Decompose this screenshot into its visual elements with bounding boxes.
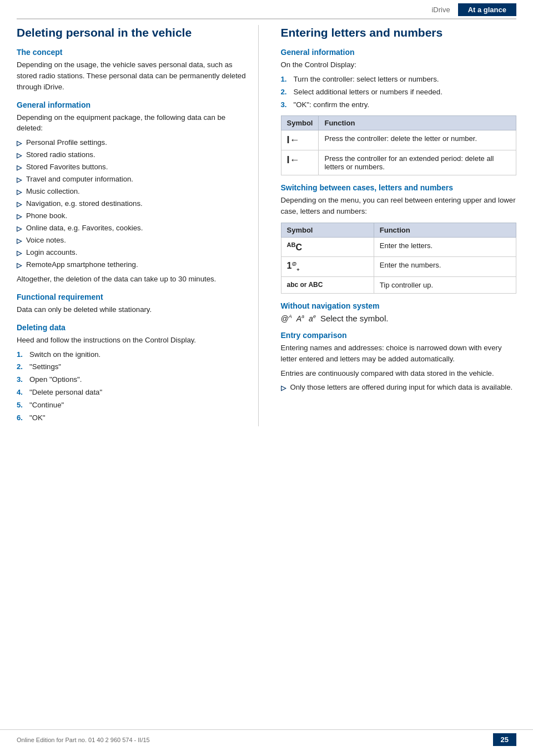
table-row: I← Press the controller for an extended …: [281, 150, 516, 175]
nav-sym-1: @A: [281, 314, 292, 323]
bullet-arrow-icon: ▷: [17, 199, 22, 209]
table-cell-function: Enter the letters.: [374, 238, 516, 257]
bullet-list: ▷Personal Profile settings. ▷Stored radi…: [17, 137, 253, 270]
step-item: 4."Delete personal data": [17, 387, 253, 398]
table-header-symbol: Symbol: [281, 116, 319, 130]
delete-symbol-table: Symbol Function I← Press the controller:…: [281, 115, 517, 175]
functional-requirement-subtitle: Functional requirement: [17, 293, 253, 301]
switching-body: Depending on the menu, you can reel betw…: [281, 195, 517, 217]
bullet-arrow-icon: ▷: [17, 187, 22, 197]
table-cell-symbol: 1@+: [281, 257, 374, 277]
list-item: ▷Travel and computer information.: [17, 174, 253, 185]
table-cell-function: Press the controller for an extended per…: [319, 150, 516, 175]
table-row: abc or ABC Tip controller up.: [281, 276, 516, 293]
left-section-title: Deleting personal in the vehicle: [17, 25, 253, 40]
general-info-section-left: General information Depending on the equ…: [17, 100, 253, 285]
step-item: 2."Settings": [17, 361, 253, 372]
table-header-function: Function: [374, 223, 516, 238]
general-info-section-right: General information On the Control Displ…: [281, 48, 517, 175]
entry-comparison-bullets: ▷ Only those letters are offered during …: [281, 382, 517, 393]
bullet-arrow-icon: ▷: [17, 224, 22, 234]
general-info-steps-right: 1.Turn the controller: select letters or…: [281, 74, 517, 110]
deleting-data-steps: 1.Switch on the ignition. 2."Settings" 3…: [17, 349, 253, 424]
entry-comparison-section: Entry comparison Entering names and addr…: [281, 331, 517, 393]
without-nav-text: Select the symbol.: [320, 314, 389, 323]
bullet-arrow-icon: ▷: [17, 211, 22, 221]
table-header-symbol: Symbol: [281, 223, 374, 238]
list-item: ▷Login accounts.: [17, 247, 253, 258]
list-item: ▷Online data, e.g. Favorites, cookies.: [17, 223, 253, 234]
list-item: ▷Navigation, e.g. stored destinations.: [17, 198, 253, 209]
step-item: 2.Select additional letters or numbers i…: [281, 87, 517, 98]
right-column: Entering letters and numbers General inf…: [275, 25, 517, 426]
table-cell-function: Tip controller up.: [374, 276, 516, 293]
table-header-function: Function: [319, 116, 516, 130]
bullet-arrow-icon: ▷: [17, 236, 22, 246]
table-row: 1@+ Enter the numbers.: [281, 257, 516, 277]
right-section-title: Entering letters and numbers: [281, 25, 517, 40]
left-column: Deleting personal in the vehicle The con…: [17, 25, 259, 426]
list-item: ▷Music collection.: [17, 186, 253, 197]
general-info-outro: Altogether, the deletion of the data can…: [17, 274, 253, 285]
without-nav-symbols-row: @A Aa ae Select the symbol.: [281, 314, 517, 323]
general-info-subtitle-left: General information: [17, 100, 253, 109]
bullet-arrow-icon: ▷: [17, 150, 22, 160]
general-info-intro-left: Depending on the equipment package, the …: [17, 112, 253, 134]
page-header: iDrive At a glance: [17, 0, 516, 19]
switching-symbol-table: Symbol Function ABC Enter the letters. 1…: [281, 223, 517, 294]
step-item: 1.Turn the controller: select letters or…: [281, 74, 517, 85]
the-concept-section: The concept Depending on the usage, the …: [17, 48, 253, 92]
list-item: ▷Personal Profile settings.: [17, 137, 253, 148]
list-item: ▷ Only those letters are offered during …: [281, 382, 517, 393]
step-item: 3.Open "Options".: [17, 374, 253, 385]
entry-comparison-subtitle: Entry comparison: [281, 331, 517, 340]
functional-requirement-body: Data can only be deleted while stationar…: [17, 304, 253, 315]
header-idrive-label: iDrive: [424, 3, 457, 16]
general-info-intro-right: On the Control Display:: [281, 59, 517, 70]
entry-comparison-bullet: Only those letters are offered during in…: [290, 382, 513, 393]
deleting-data-section: Deleting data Heed and follow the instru…: [17, 323, 253, 424]
step-item: 3."OK": confirm the entry.: [281, 99, 517, 110]
table-cell-symbol: ABC: [281, 238, 374, 257]
switching-section: Switching between cases, letters and num…: [281, 183, 517, 293]
footer-text: Online Edition for Part no. 01 40 2 960 …: [17, 737, 150, 743]
step-item: 1.Switch on the ignition.: [17, 349, 253, 360]
table-cell-symbol: I←: [281, 150, 319, 175]
the-concept-body: Depending on the usage, the vehicle save…: [17, 59, 253, 92]
table-row: ABC Enter the letters.: [281, 238, 516, 257]
list-item: ▷Phone book.: [17, 210, 253, 221]
step-item: 6."OK": [17, 412, 253, 424]
bullet-arrow-icon: ▷: [17, 163, 22, 173]
bullet-arrow-icon: ▷: [17, 175, 22, 185]
list-item: ▷Stored radio stations.: [17, 149, 253, 160]
list-item: ▷Voice notes.: [17, 235, 253, 246]
functional-requirement-section: Functional requirement Data can only be …: [17, 293, 253, 315]
list-item: ▷RemoteApp smartphone tethering.: [17, 259, 253, 270]
without-nav-section: Without navigation system @A Aa ae Selec…: [281, 301, 517, 323]
page-footer: Online Edition for Part no. 01 40 2 960 …: [0, 729, 533, 746]
bullet-arrow-icon: ▷: [17, 248, 22, 258]
table-cell-function: Enter the numbers.: [374, 257, 516, 277]
deleting-data-intro: Heed and follow the instructions on the …: [17, 335, 253, 346]
bullet-arrow-icon: ▷: [17, 138, 22, 148]
list-item: ▷Stored Favorites buttons.: [17, 162, 253, 173]
without-nav-subtitle: Without navigation system: [281, 301, 517, 310]
nav-sym-3: ae: [309, 314, 316, 323]
table-row: I← Press the controller: delete the lett…: [281, 130, 516, 150]
page-number: 25: [493, 733, 516, 746]
table-cell-function: Press the controller: delete the letter …: [319, 130, 516, 150]
header-ataglance-label: At a glance: [458, 3, 516, 16]
page-body: Deleting personal in the vehicle The con…: [0, 25, 533, 426]
entry-comparison-body1: Entering names and addresses: choice is …: [281, 342, 517, 365]
nav-sym-2: Aa: [296, 314, 304, 323]
deleting-data-subtitle: Deleting data: [17, 323, 253, 332]
entry-comparison-body2: Entries are continuously compared with d…: [281, 368, 517, 379]
general-info-subtitle-right: General information: [281, 48, 517, 57]
table-cell-symbol: I←: [281, 130, 319, 150]
switching-subtitle: Switching between cases, letters and num…: [281, 183, 517, 192]
bullet-arrow-icon: ▷: [281, 383, 286, 393]
bullet-arrow-icon: ▷: [17, 260, 22, 270]
table-cell-symbol: abc or ABC: [281, 276, 374, 293]
step-item: 5."Continue": [17, 400, 253, 411]
the-concept-subtitle: The concept: [17, 48, 253, 57]
